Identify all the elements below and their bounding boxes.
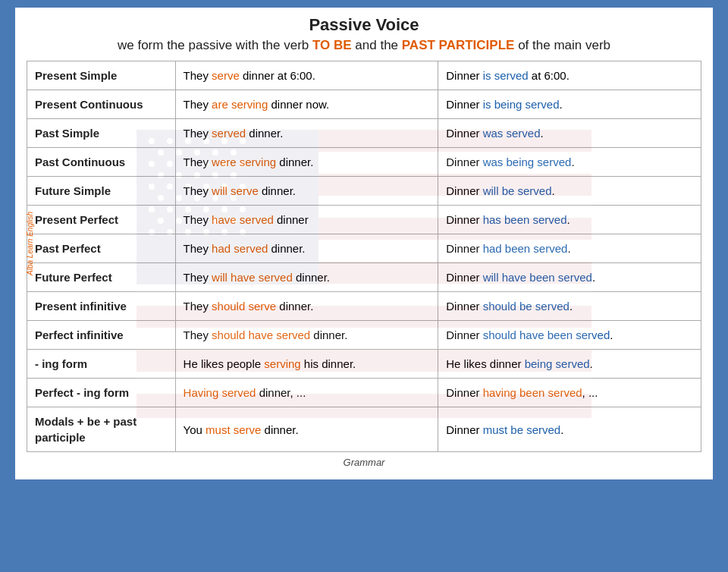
active-cell: They serve dinner at 6:00.	[175, 61, 438, 90]
tense-cell: Perfect infinitive	[27, 321, 176, 350]
blue-text: had been served	[483, 242, 568, 255]
tense-cell: - ing form	[27, 350, 176, 379]
tense-cell: Past Continuous	[27, 148, 176, 177]
table-row: Past ContinuousThey were serving dinner.…	[27, 148, 701, 177]
passive-cell: Dinner having been served, ...	[438, 379, 701, 407]
red-text: had served	[212, 242, 268, 255]
red-text: serving	[264, 357, 300, 370]
table-row: Present PerfectThey have served dinnerDi…	[27, 206, 701, 234]
passive-cell: Dinner is served at 6:00.	[438, 61, 701, 90]
red-text: should serve	[212, 300, 276, 313]
blue-text: will have been served	[483, 271, 592, 284]
table-row: Modals + be + past participleYou must se…	[27, 407, 701, 452]
blue-text: should be served	[483, 300, 570, 313]
blue-text: has been served	[483, 213, 567, 226]
subtitle-plain: we form the passive with the verb	[118, 38, 312, 52]
blue-text: was being served	[483, 156, 572, 168]
active-cell: You must serve dinner.	[175, 407, 438, 452]
tense-cell: Perfect - ing form	[27, 379, 176, 407]
red-text: will serve	[212, 184, 259, 197]
active-cell: They should serve dinner.	[175, 292, 438, 321]
main-container: Passive Voice we form the passive with t…	[15, 8, 713, 479]
blue-text: was served	[483, 127, 541, 140]
active-cell: They have served dinner	[175, 206, 438, 234]
tense-cell: Past Perfect	[27, 234, 176, 263]
side-label: Alba Learn English	[26, 212, 34, 275]
tense-cell: Present infinitive	[27, 292, 176, 321]
red-text: serve	[212, 69, 240, 82]
passive-cell: Dinner had been served.	[438, 234, 701, 263]
table-row: Future SimpleThey will serve dinner.Dinn…	[27, 177, 701, 206]
subtitle-past-participle: PAST PARTICIPLE	[402, 38, 515, 52]
red-text: have served	[212, 213, 274, 226]
passive-cell: Dinner must be served.	[438, 407, 701, 452]
blue-text: is being served	[483, 98, 560, 111]
red-text: are serving	[212, 98, 268, 111]
active-cell: They served dinner.	[175, 119, 438, 148]
table-row: Perfect - ing formHaving served dinner, …	[27, 379, 701, 407]
active-cell: They will have served dinner.	[175, 263, 438, 292]
passive-cell: Dinner was served.	[438, 119, 701, 148]
subtitle-to-be: TO BE	[312, 38, 352, 52]
passive-cell: Dinner is being served.	[438, 90, 701, 119]
subtitle: we form the passive with the verb TO BE …	[27, 38, 701, 53]
blue-text: will be served	[483, 184, 552, 197]
blue-text: being served	[525, 357, 590, 370]
passive-voice-table: Present SimpleThey serve dinner at 6:00.…	[27, 61, 701, 452]
table-row: Present ContinuousThey are serving dinne…	[27, 90, 701, 119]
subtitle-middle: and the	[352, 38, 402, 52]
active-cell: They should have served dinner.	[175, 321, 438, 350]
table-row: Future PerfectThey will have served dinn…	[27, 263, 701, 292]
table-row: Past PerfectThey had served dinner.Dinne…	[27, 234, 701, 263]
red-text: should have served	[212, 328, 310, 341]
tense-cell: Future Perfect	[27, 263, 176, 292]
blue-text: is served	[483, 69, 529, 82]
red-text: must serve	[206, 423, 261, 436]
passive-cell: Dinner should be served.	[438, 292, 701, 321]
table-row: - ing formHe likes people serving his di…	[27, 350, 701, 379]
blue-text: should have been served	[483, 328, 610, 341]
active-cell: They are serving dinner now.	[175, 90, 438, 119]
tense-cell: Past Simple	[27, 119, 176, 148]
passive-cell: Dinner has been served.	[438, 206, 701, 234]
active-cell: Having served dinner, ...	[175, 379, 438, 407]
table-row: Perfect infinitiveThey should have serve…	[27, 321, 701, 350]
red-text: will have served	[212, 271, 293, 284]
red-text: were serving	[212, 156, 276, 168]
table-row: Past SimpleThey served dinner.Dinner was…	[27, 119, 701, 148]
blue-text: must be served	[483, 423, 561, 436]
active-cell: They had served dinner.	[175, 234, 438, 263]
red-text: Having served	[184, 386, 256, 399]
passive-cell: Dinner should have been served.	[438, 321, 701, 350]
passive-cell: Dinner was being served.	[438, 148, 701, 177]
active-cell: He likes people serving his dinner.	[175, 350, 438, 379]
tense-cell: Modals + be + past participle	[27, 407, 176, 452]
table-row: Present SimpleThey serve dinner at 6:00.…	[27, 61, 701, 90]
passive-cell: Dinner will be served.	[438, 177, 701, 206]
tense-cell: Present Perfect	[27, 206, 176, 234]
red-text: having been served	[483, 386, 582, 399]
footer: Grammar	[27, 457, 701, 468]
passive-cell: Dinner will have been served.	[438, 263, 701, 292]
active-cell: They were serving dinner.	[175, 148, 438, 177]
tense-cell: Present Continuous	[27, 90, 176, 119]
red-text: served	[212, 127, 246, 140]
tense-cell: Present Simple	[27, 61, 176, 90]
table-row: Present infinitiveThey should serve dinn…	[27, 292, 701, 321]
page-title: Passive Voice	[27, 15, 701, 35]
active-cell: They will serve dinner.	[175, 177, 438, 206]
tense-cell: Future Simple	[27, 177, 176, 206]
passive-cell: He likes dinner being served.	[438, 350, 701, 379]
subtitle-end: of the main verb	[514, 38, 610, 52]
